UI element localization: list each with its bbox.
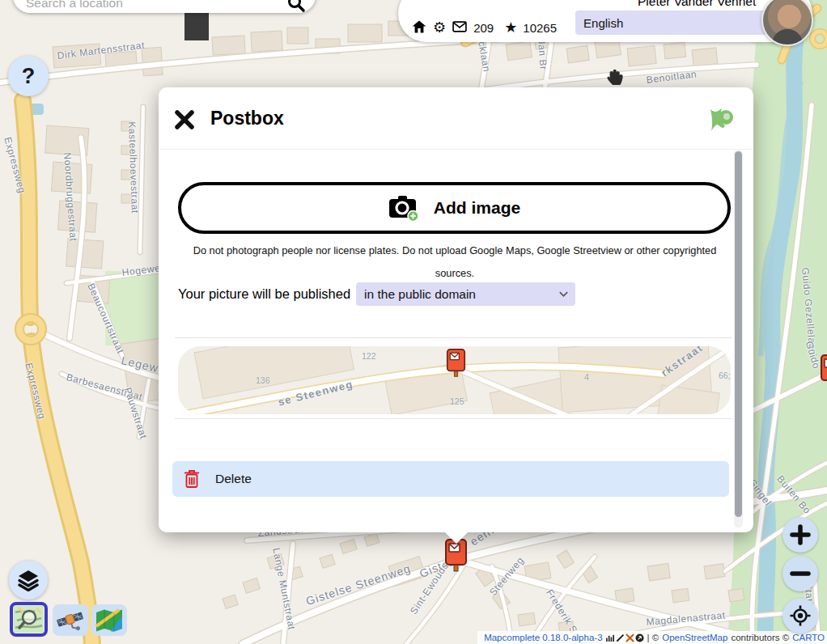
hand-cursor-icon (604, 66, 626, 89)
messages-envelope-icon[interactable] (452, 19, 468, 35)
language-select[interactable]: English (575, 11, 779, 35)
osm-style-icon (14, 606, 44, 633)
minus-icon (790, 563, 811, 584)
attribution-contributors: contributors © (731, 633, 789, 642)
license-selected-value: in the public domain (364, 287, 476, 302)
username: Pieter Vander Vennet (638, 0, 756, 9)
crosshair-icon (789, 604, 812, 627)
search-icon[interactable] (286, 0, 306, 13)
circle-arrow-icon[interactable] (635, 633, 644, 642)
language-selected-value: English (583, 16, 623, 30)
trash-icon (184, 469, 200, 489)
mapcomplete-app: { "topbar": { "search_placeholder": "Sea… (0, 0, 827, 644)
zoom-in-button[interactable] (782, 517, 818, 553)
delete-button[interactable]: Delete (172, 461, 729, 497)
search-bar (13, 0, 316, 13)
messages-count: 209 (473, 21, 494, 35)
stars-count: 10265 (523, 21, 557, 35)
dialog-scrollbar[interactable] (734, 150, 743, 527)
license-select[interactable]: in the public domain (356, 282, 575, 306)
home-icon[interactable] (411, 19, 427, 35)
license-warning-text: Do not photograph people nor license pla… (181, 239, 728, 285)
mapcomplete-logo-icon (703, 107, 737, 138)
flag-icon[interactable] (626, 633, 634, 642)
camera-plus-icon (388, 194, 421, 222)
carto-link[interactable]: CARTO (792, 633, 825, 642)
geolocate-button[interactable] (782, 598, 818, 633)
minimap[interactable]: 122 136 125 4 66;66 se Steenweg rkstraat (178, 346, 731, 414)
close-icon[interactable] (173, 108, 196, 131)
postbox-marker-partial[interactable] (820, 354, 827, 388)
help-button[interactable]: ? (8, 56, 49, 96)
map-style-map-button[interactable] (91, 604, 127, 636)
delete-label: Delete (215, 472, 252, 486)
plus-icon (790, 524, 811, 545)
satellite-icon (56, 608, 85, 633)
dialog-divider (159, 149, 753, 150)
mapcomplete-version-link[interactable]: Mapcomplete 0.18.0-alpha-3 (484, 633, 602, 642)
star-icon: ★ (504, 20, 517, 35)
map-style-osm-button[interactable] (10, 602, 48, 637)
add-image-label: Add image (434, 198, 520, 218)
postbox-dialog: Postbox Add image Do not photograph peop… (159, 87, 753, 532)
layers-icon (17, 569, 40, 591)
zoom-out-button[interactable] (782, 556, 818, 591)
dialog-pointer (443, 531, 469, 544)
statistics-icon[interactable] (606, 633, 615, 642)
map-icon (95, 608, 124, 633)
add-image-button[interactable]: Add image (178, 182, 731, 234)
osm-link[interactable]: OpenStreetMap (662, 633, 727, 642)
map-style-satellite-button[interactable] (53, 604, 88, 636)
dialog-divider (175, 337, 732, 338)
postbox-marker[interactable] (444, 539, 468, 573)
chevron-down-icon (558, 289, 569, 299)
dialog-divider (175, 418, 732, 419)
dialog-title: Postbox (210, 108, 284, 129)
attribution-separator: | © (647, 633, 659, 642)
search-input[interactable] (26, 0, 293, 12)
scrollbar-thumb[interactable] (735, 151, 742, 517)
layers-button[interactable] (9, 561, 48, 600)
pencil-icon[interactable] (616, 633, 625, 642)
postbox-marker[interactable] (446, 349, 466, 378)
license-prefix-text: Your picture will be published (178, 286, 350, 302)
license-row: Your picture will be published in the pu… (178, 282, 575, 306)
settings-gear-icon[interactable]: ⚙ (433, 20, 446, 35)
attribution-icons (606, 633, 644, 642)
attribution-bar: Mapcomplete 0.18.0-alpha-3 | © OpenStree… (477, 631, 827, 644)
